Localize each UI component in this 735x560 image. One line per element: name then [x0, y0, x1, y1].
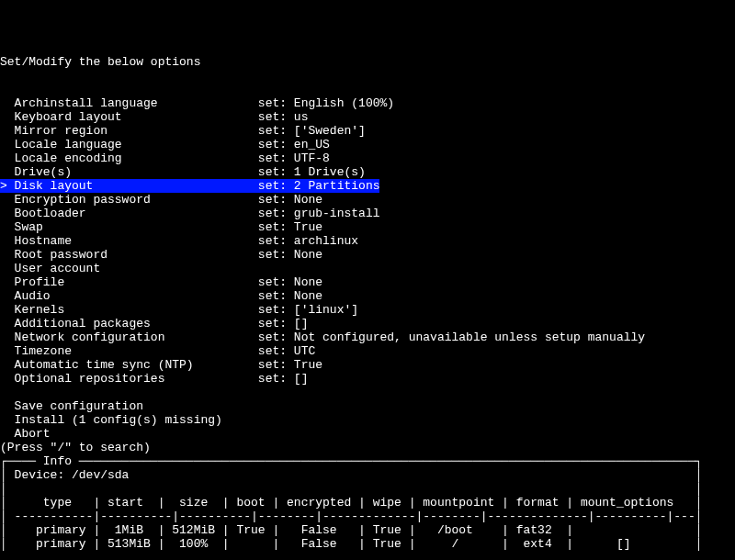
info-blank: │ │	[0, 482, 735, 496]
option-label: Locale language	[0, 138, 258, 151]
option-label: User account	[0, 262, 258, 275]
option-label: Swap	[0, 220, 258, 234]
option-row[interactable]: Kernels set: ['linux']	[0, 303, 735, 317]
option-value: set: []	[258, 317, 309, 330]
option-row[interactable]: Encryption password set: None	[0, 193, 735, 207]
option-label: Drive(s)	[0, 165, 258, 179]
option-label: Audio	[0, 289, 258, 303]
option-label: Keyboard layout	[0, 110, 258, 124]
option-label: Archinstall language	[0, 96, 258, 110]
option-row[interactable]: Archinstall language set: English (100%)	[0, 96, 735, 110]
option-value: set: grub-install	[258, 207, 380, 220]
option-value: set: None	[258, 248, 322, 262]
option-label: Profile	[0, 275, 258, 289]
option-label: Timezone	[0, 344, 258, 358]
option-value: set: None	[258, 275, 322, 289]
action-row[interactable]: Abort	[0, 427, 735, 441]
action-row[interactable]: Install (1 config(s) missing)	[0, 413, 735, 427]
option-value: set: None	[258, 193, 322, 207]
option-value: set: en_US	[258, 138, 330, 151]
option-label: Automatic time sync (NTP)	[0, 358, 258, 372]
option-row[interactable]: Locale language set: en_US	[0, 138, 735, 151]
option-label: > Disk layout	[0, 179, 258, 193]
option-value: set: 2 Partitions	[258, 179, 380, 193]
action-row[interactable]: Save configuration	[0, 399, 735, 413]
option-row[interactable]: Root password set: None	[0, 248, 735, 262]
option-row[interactable]: Additional packages set: []	[0, 317, 735, 330]
option-label: Hostname	[0, 234, 258, 248]
option-row[interactable]: Network configuration set: Not configure…	[0, 330, 735, 344]
option-label: Additional packages	[0, 317, 258, 330]
option-value: set: archlinux	[258, 234, 358, 248]
option-row[interactable]: Bootloader set: grub-install	[0, 207, 735, 220]
option-value: set: UTC	[258, 344, 315, 358]
option-value: set: ['linux']	[258, 303, 358, 317]
option-label: Network configuration	[0, 330, 258, 344]
info-device: │ Device: /dev/sda │	[0, 468, 735, 482]
option-value: set: None	[258, 289, 322, 303]
blank	[0, 69, 735, 83]
option-row[interactable]: Timezone set: UTC	[0, 344, 735, 358]
option-label: Optional repositories	[0, 372, 258, 386]
option-row[interactable]: Keyboard layout set: us	[0, 110, 735, 124]
option-row[interactable]: Hostname set: archlinux	[0, 234, 735, 248]
option-value: set: Not configured, unavailable unless …	[258, 330, 645, 344]
blank	[0, 83, 735, 96]
option-row[interactable]: User account	[0, 262, 735, 275]
option-value: set: UTF-8	[258, 151, 330, 165]
search-hint: (Press "/" to search)	[0, 441, 735, 454]
option-value: set: 1 Drive(s)	[258, 165, 366, 179]
info-header: │ type | start | size | boot | encrypted…	[0, 496, 735, 510]
option-row[interactable]: Swap set: True	[0, 220, 735, 234]
option-row[interactable]: Audio set: None	[0, 289, 735, 303]
option-value: set: []	[258, 372, 309, 386]
info-divider: │ -----------|----------|----------|----…	[0, 510, 735, 523]
option-row[interactable]: Automatic time sync (NTP) set: True	[0, 358, 735, 372]
option-row[interactable]: Mirror region set: ['Sweden']	[0, 124, 735, 138]
option-row[interactable]: > Disk layout set: 2 Partitions	[0, 179, 735, 193]
option-row[interactable]: Drive(s) set: 1 Drive(s)	[0, 165, 735, 179]
option-label: Encryption password	[0, 193, 258, 207]
option-label: Bootloader	[0, 207, 258, 220]
page-title: Set/Modify the below options	[0, 55, 735, 69]
option-value: set: English (100%)	[258, 96, 394, 110]
option-value: set: us	[258, 110, 309, 124]
option-label: Kernels	[0, 303, 258, 317]
info-row: │ primary | 513MiB | 100% | | False | Tr…	[0, 537, 735, 551]
option-label: Root password	[0, 248, 258, 262]
option-value: set: True	[258, 220, 322, 234]
option-value: set: ['Sweden']	[258, 124, 366, 138]
info-row: │ primary | 1MiB | 512MiB | True | False…	[0, 523, 735, 537]
option-row[interactable]: Profile set: None	[0, 275, 735, 289]
option-value: set: True	[258, 358, 322, 372]
blank	[0, 386, 735, 399]
option-label: Mirror region	[0, 124, 258, 138]
info-box-top: ┌──── Info ─────────────────────────────…	[0, 454, 735, 468]
option-row[interactable]: Locale encoding set: UTF-8	[0, 151, 735, 165]
option-label: Locale encoding	[0, 151, 258, 165]
option-row[interactable]: Optional repositories set: []	[0, 372, 735, 386]
